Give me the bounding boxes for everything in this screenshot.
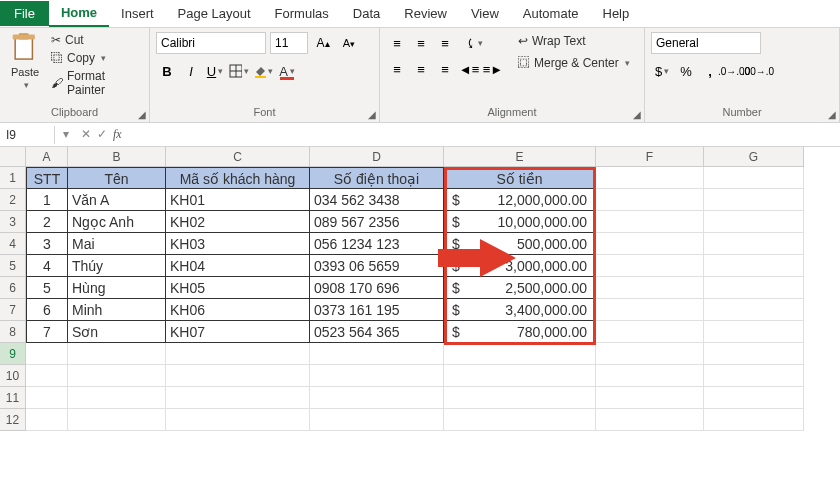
data-cell[interactable]: 7 bbox=[26, 321, 68, 343]
data-cell[interactable]: 0908 170 696 bbox=[310, 277, 444, 299]
data-cell[interactable]: 0373 161 195 bbox=[310, 299, 444, 321]
empty-cell[interactable] bbox=[310, 409, 444, 431]
align-middle-button[interactable]: ≡ bbox=[410, 32, 432, 54]
empty-cell[interactable] bbox=[26, 343, 68, 365]
row-header-12[interactable]: 12 bbox=[0, 409, 26, 431]
empty-cell[interactable] bbox=[26, 365, 68, 387]
empty-cell[interactable] bbox=[444, 365, 596, 387]
empty-cell[interactable] bbox=[310, 343, 444, 365]
empty-cell[interactable] bbox=[68, 387, 166, 409]
tab-home[interactable]: Home bbox=[49, 0, 109, 27]
row-header-3[interactable]: 3 bbox=[0, 211, 26, 233]
row-header-5[interactable]: 5 bbox=[0, 255, 26, 277]
percent-format-button[interactable]: % bbox=[675, 60, 697, 82]
format-painter-button[interactable]: 🖌Format Painter bbox=[48, 68, 143, 98]
empty-cell[interactable] bbox=[596, 211, 704, 233]
data-cell[interactable]: $3,000,000.00 bbox=[444, 255, 596, 277]
data-cell[interactable]: Sơn bbox=[68, 321, 166, 343]
empty-cell[interactable] bbox=[704, 277, 804, 299]
empty-cell[interactable] bbox=[596, 365, 704, 387]
col-header-C[interactable]: C bbox=[166, 147, 310, 167]
italic-button[interactable]: I bbox=[180, 60, 202, 82]
align-right-button[interactable]: ≡ bbox=[434, 58, 456, 80]
row-header-4[interactable]: 4 bbox=[0, 233, 26, 255]
cancel-icon[interactable]: ✕ bbox=[81, 127, 91, 142]
tab-help[interactable]: Help bbox=[591, 1, 642, 26]
paste-button[interactable]: Paste ▾ bbox=[6, 32, 44, 104]
col-header-A[interactable]: A bbox=[26, 147, 68, 167]
tab-automate[interactable]: Automate bbox=[511, 1, 591, 26]
data-cell[interactable]: Mai bbox=[68, 233, 166, 255]
decrease-font-button[interactable]: A▾ bbox=[338, 32, 360, 54]
data-cell[interactable]: 2 bbox=[26, 211, 68, 233]
empty-cell[interactable] bbox=[444, 387, 596, 409]
header-cell[interactable]: Tên bbox=[68, 167, 166, 189]
empty-cell[interactable] bbox=[596, 321, 704, 343]
data-cell[interactable]: 5 bbox=[26, 277, 68, 299]
col-header-B[interactable]: B bbox=[68, 147, 166, 167]
font-launcher[interactable]: ◢ bbox=[368, 109, 376, 120]
data-cell[interactable]: 0523 564 365 bbox=[310, 321, 444, 343]
orientation-button[interactable]: ⤹▾ bbox=[458, 32, 490, 54]
row-header-2[interactable]: 2 bbox=[0, 189, 26, 211]
clipboard-launcher[interactable]: ◢ bbox=[138, 109, 146, 120]
empty-cell[interactable] bbox=[704, 189, 804, 211]
empty-cell[interactable] bbox=[596, 299, 704, 321]
row-header-1[interactable]: 1 bbox=[0, 167, 26, 189]
data-cell[interactable]: 6 bbox=[26, 299, 68, 321]
number-launcher[interactable]: ◢ bbox=[828, 109, 836, 120]
empty-cell[interactable] bbox=[596, 343, 704, 365]
empty-cell[interactable] bbox=[444, 343, 596, 365]
header-cell[interactable]: Mã số khách hàng bbox=[166, 167, 310, 189]
empty-cell[interactable] bbox=[596, 189, 704, 211]
empty-cell[interactable] bbox=[704, 365, 804, 387]
data-cell[interactable]: Ngọc Anh bbox=[68, 211, 166, 233]
data-cell[interactable]: KH01 bbox=[166, 189, 310, 211]
align-top-button[interactable]: ≡ bbox=[386, 32, 408, 54]
align-left-button[interactable]: ≡ bbox=[386, 58, 408, 80]
row-header-6[interactable]: 6 bbox=[0, 277, 26, 299]
empty-cell[interactable] bbox=[704, 387, 804, 409]
tab-insert[interactable]: Insert bbox=[109, 1, 166, 26]
header-cell[interactable]: Số điện thoại bbox=[310, 167, 444, 189]
data-cell[interactable]: 1 bbox=[26, 189, 68, 211]
empty-cell[interactable] bbox=[26, 409, 68, 431]
alignment-launcher[interactable]: ◢ bbox=[633, 109, 641, 120]
number-format-select[interactable] bbox=[651, 32, 761, 54]
fx-icon[interactable]: fx bbox=[113, 127, 122, 142]
data-cell[interactable]: Văn A bbox=[68, 189, 166, 211]
data-cell[interactable]: $2,500,000.00 bbox=[444, 277, 596, 299]
data-cell[interactable]: $500,000.00 bbox=[444, 233, 596, 255]
row-header-9[interactable]: 9 bbox=[0, 343, 26, 365]
increase-indent-button[interactable]: ≡► bbox=[482, 58, 504, 80]
data-cell[interactable]: 0393 06 5659 bbox=[310, 255, 444, 277]
empty-cell[interactable] bbox=[704, 321, 804, 343]
col-header-E[interactable]: E bbox=[444, 147, 596, 167]
empty-cell[interactable] bbox=[596, 409, 704, 431]
empty-cell[interactable] bbox=[166, 409, 310, 431]
empty-cell[interactable] bbox=[166, 387, 310, 409]
data-cell[interactable]: 3 bbox=[26, 233, 68, 255]
empty-cell[interactable] bbox=[704, 167, 804, 189]
decrease-decimal-button[interactable]: .00→.0 bbox=[747, 60, 769, 82]
empty-cell[interactable] bbox=[166, 343, 310, 365]
empty-cell[interactable] bbox=[310, 387, 444, 409]
col-header-G[interactable]: G bbox=[704, 147, 804, 167]
data-cell[interactable]: KH03 bbox=[166, 233, 310, 255]
decrease-indent-button[interactable]: ◄≡ bbox=[458, 58, 480, 80]
data-cell[interactable]: KH07 bbox=[166, 321, 310, 343]
align-bottom-button[interactable]: ≡ bbox=[434, 32, 456, 54]
empty-cell[interactable] bbox=[26, 387, 68, 409]
underline-button[interactable]: U▾ bbox=[204, 60, 226, 82]
data-cell[interactable]: 034 562 3438 bbox=[310, 189, 444, 211]
data-cell[interactable]: Thúy bbox=[68, 255, 166, 277]
empty-cell[interactable] bbox=[68, 343, 166, 365]
merge-center-button[interactable]: ⿴Merge & Center▾ bbox=[514, 54, 634, 72]
enter-icon[interactable]: ✓ bbox=[97, 127, 107, 142]
row-header-11[interactable]: 11 bbox=[0, 387, 26, 409]
font-color-button[interactable]: A▾ bbox=[276, 60, 298, 82]
empty-cell[interactable] bbox=[68, 365, 166, 387]
cut-button[interactable]: ✂Cut bbox=[48, 32, 143, 48]
empty-cell[interactable] bbox=[596, 167, 704, 189]
bold-button[interactable]: B bbox=[156, 60, 178, 82]
